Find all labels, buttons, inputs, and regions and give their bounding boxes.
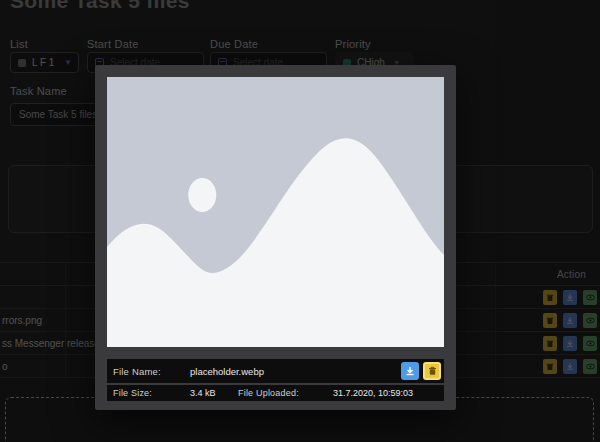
- file-uploaded-value: 31.7.2020, 10:59:03: [333, 388, 413, 398]
- delete-file-button[interactable]: [423, 362, 441, 380]
- file-meta-row: File Size: 3.4 kB File Uploaded: 31.7.20…: [107, 385, 444, 401]
- file-name-row: File Name: placeholder.webp: [107, 359, 444, 383]
- image-preview: [107, 77, 444, 347]
- file-name-value: placeholder.webp: [190, 366, 264, 377]
- download-icon: [405, 366, 415, 376]
- file-uploaded-label: File Uploaded:: [238, 388, 333, 398]
- download-file-button[interactable]: [401, 362, 419, 380]
- file-size-label: File Size:: [113, 388, 190, 398]
- task-detail-page: Some Task 5 files List L F 1 ▼ Start Dat…: [0, 0, 600, 442]
- trash-icon: [428, 366, 437, 376]
- placeholder-image: [107, 77, 444, 347]
- file-size-value: 3.4 kB: [190, 388, 238, 398]
- file-name-label: File Name:: [113, 366, 190, 377]
- file-preview-modal: File Name: placeholder.webp Fil: [95, 65, 456, 410]
